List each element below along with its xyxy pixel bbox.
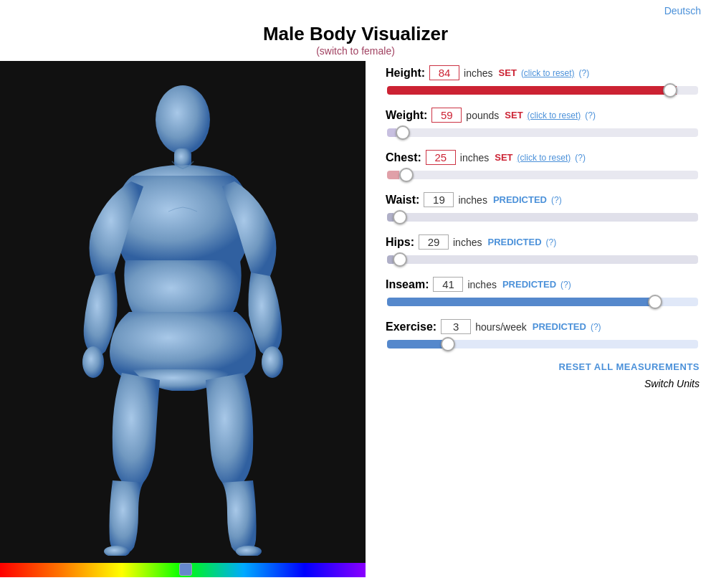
exercise-slider[interactable] [387, 340, 698, 348]
waist-unit: inches [458, 194, 487, 206]
weight-help-link[interactable]: (?) [585, 110, 596, 120]
chest-slider[interactable] [387, 171, 698, 179]
hips-row: Hips: inches PREDICTED (?) [386, 234, 700, 267]
hips-predicted-label: PREDICTED [487, 237, 541, 247]
svg-point-0 [156, 85, 210, 154]
weight-slider[interactable] [387, 128, 698, 137]
chest-help-link[interactable]: (?) [575, 153, 586, 163]
waist-label: Waist: [386, 194, 419, 207]
hips-slider[interactable] [387, 255, 698, 264]
weight-unit: pounds [466, 110, 499, 121]
height-reset-link[interactable]: (click to reset) [521, 68, 575, 78]
waist-slider[interactable] [387, 213, 698, 222]
exercise-unit: hours/week [475, 321, 527, 333]
hips-help-link[interactable]: (?) [546, 237, 557, 247]
inseam-label: Inseam: [386, 278, 429, 291]
exercise-predicted-label: PREDICTED [533, 321, 586, 332]
hips-label: Hips: [386, 236, 414, 249]
chest-input[interactable] [426, 150, 456, 165]
weight-row: Weight: pounds SET (click to reset) (?) [386, 108, 700, 140]
svg-point-4 [262, 346, 283, 378]
inseam-help-link[interactable]: (?) [560, 280, 571, 290]
reset-all-button[interactable]: RESET ALL MEASUREMENTS [558, 361, 700, 372]
switch-to-female-link[interactable]: (switch to female) [316, 45, 395, 57]
inseam-unit: inches [467, 279, 496, 290]
inseam-input[interactable] [433, 277, 463, 292]
chest-reset-link[interactable]: (click to reset) [517, 153, 571, 163]
chest-label: Chest: [386, 151, 421, 164]
waist-row: Waist: inches PREDICTED (?) [386, 192, 700, 224]
waist-input[interactable] [424, 192, 454, 207]
inseam-slider[interactable] [387, 298, 698, 306]
waist-predicted-label: PREDICTED [493, 194, 547, 205]
inseam-row: Inseam: inches PREDICTED (?) [386, 277, 700, 309]
waist-help-link[interactable]: (?) [551, 195, 562, 205]
height-set-label: SET [499, 67, 517, 78]
exercise-help-link[interactable]: (?) [591, 322, 601, 332]
chest-unit: inches [460, 152, 489, 163]
inseam-predicted-label: PREDICTED [502, 279, 556, 290]
weight-input[interactable] [431, 108, 462, 123]
controls-panel: Height: inches SET (click to reset) (?) … [366, 61, 711, 577]
chest-row: Chest: inches SET (click to reset) (?) [386, 150, 700, 182]
weight-set-label: SET [505, 110, 522, 120]
body-figure [54, 68, 312, 556]
model-panel [0, 61, 366, 577]
weight-label: Weight: [386, 109, 427, 122]
height-help-link[interactable]: (?) [579, 68, 590, 78]
gradient-slider-thumb[interactable] [179, 563, 192, 576]
switch-units-button[interactable]: Switch Units [644, 378, 700, 389]
exercise-row: Exercise: hours/week PREDICTED (?) [386, 319, 700, 351]
hips-unit: inches [453, 237, 482, 248]
height-unit: inches [464, 67, 492, 79]
page-title: Male Body Visualizer [0, 23, 711, 45]
weight-reset-link[interactable]: (click to reset) [528, 110, 581, 120]
height-label: Height: [386, 67, 425, 80]
height-slider[interactable] [387, 86, 698, 95]
height-row: Height: inches SET (click to reset) (?) [386, 65, 700, 98]
model-svg-area [0, 61, 366, 563]
height-input[interactable] [429, 65, 459, 80]
chest-set-label: SET [495, 152, 512, 163]
bottom-actions: RESET ALL MEASUREMENTS Switch Units [386, 361, 700, 389]
exercise-label: Exercise: [386, 321, 436, 333]
exercise-input[interactable] [441, 319, 471, 334]
svg-point-3 [82, 346, 104, 378]
hips-input[interactable] [419, 234, 449, 250]
top-right-lang: Deutsch [0, 0, 711, 17]
deutsch-link[interactable]: Deutsch [664, 5, 701, 16]
